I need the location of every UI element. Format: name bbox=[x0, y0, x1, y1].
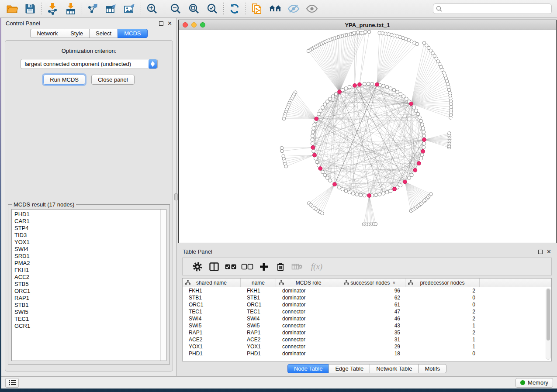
export-image-icon[interactable] bbox=[123, 3, 136, 15]
split-view-icon[interactable] bbox=[206, 260, 222, 273]
mcds-result-item[interactable]: STB1 bbox=[14, 302, 166, 309]
add-column-icon[interactable] bbox=[256, 260, 272, 273]
mcds-result-item[interactable]: CAR1 bbox=[14, 218, 166, 225]
column-header-predecessor-nodes[interactable]: predecessor nodes bbox=[405, 279, 480, 287]
close-panel-button[interactable]: Close panel bbox=[91, 75, 135, 85]
table-row[interactable]: FKH1FKH1dominator962 bbox=[183, 287, 545, 294]
mcds-result-item[interactable]: TID3 bbox=[14, 232, 166, 239]
main-toolbar bbox=[0, 0, 557, 18]
zoom-fit-icon[interactable] bbox=[187, 3, 201, 15]
zoom-in-icon[interactable] bbox=[145, 3, 159, 15]
column-header-MCDS-role[interactable]: MCDS role bbox=[276, 279, 341, 287]
close-table-panel-icon[interactable]: ✕ bbox=[547, 250, 551, 254]
control-panel-tabs: NetworkStyleSelectMCDS bbox=[1, 29, 176, 39]
network-window-title: YPA_prune.txt_1 bbox=[179, 22, 556, 28]
column-header-filler bbox=[480, 279, 551, 287]
criterion-dropdown[interactable]: largest connected component (undirected) bbox=[21, 59, 158, 69]
close-panel-icon[interactable]: ✕ bbox=[167, 21, 172, 26]
mcds-result-item[interactable]: YOX1 bbox=[14, 239, 166, 246]
column-header-successor-nodes[interactable]: successor nodes∨ bbox=[341, 279, 405, 287]
table-row[interactable]: ACE2ACE2connector311 bbox=[183, 336, 545, 343]
column-header-shared-name[interactable]: shared name bbox=[183, 279, 241, 287]
column-header-name[interactable]: name bbox=[241, 279, 276, 287]
mcds-result-item[interactable]: STB5 bbox=[14, 281, 166, 288]
table-body: FKH1FKH1dominator962STB1STB1dominator620… bbox=[183, 287, 545, 361]
float-panel-icon[interactable] bbox=[159, 21, 163, 26]
mcds-result-item[interactable]: PMA2 bbox=[14, 260, 166, 267]
float-table-panel-icon[interactable] bbox=[538, 250, 543, 254]
mcds-result-item[interactable]: STP4 bbox=[14, 225, 166, 232]
tab-style[interactable]: Style bbox=[64, 29, 90, 38]
table-tab-edge-table[interactable]: Edge Table bbox=[329, 364, 370, 373]
mcds-result-list[interactable]: PHD1CAR1STP4TID3YOX1SWI4SRD1PMA2FKH1ACE2… bbox=[11, 209, 166, 361]
sort-chevron-icon: ∨ bbox=[392, 280, 395, 285]
select-all-rows-icon[interactable] bbox=[222, 260, 239, 273]
status-bar: Memory bbox=[1, 376, 557, 389]
hide-panel-icon[interactable] bbox=[287, 3, 300, 15]
open-session-icon[interactable] bbox=[5, 3, 18, 15]
import-network-icon[interactable] bbox=[46, 3, 59, 15]
node-table: shared namenameMCDS rolesuccessor nodes∨… bbox=[182, 278, 552, 361]
table-scrollbar[interactable] bbox=[546, 288, 551, 360]
table-row[interactable]: PHD1PHD1dominator180 bbox=[183, 350, 545, 357]
delete-column-icon[interactable] bbox=[272, 260, 289, 273]
deselect-all-rows-icon[interactable] bbox=[239, 260, 256, 273]
memory-label: Memory bbox=[528, 379, 548, 386]
table-row[interactable]: SWI5SWI5connector431 bbox=[183, 322, 545, 329]
home-icon[interactable] bbox=[269, 3, 282, 15]
table-row[interactable]: YOX1YOX1connector291 bbox=[183, 343, 545, 350]
mcds-result-item[interactable]: SWI5 bbox=[14, 309, 166, 316]
tab-mcds[interactable]: MCDS bbox=[118, 29, 147, 38]
mcds-result-item[interactable]: ACE2 bbox=[14, 274, 166, 281]
mcds-result-item[interactable]: TEC1 bbox=[14, 316, 166, 323]
duplicate-network-icon[interactable] bbox=[250, 3, 263, 15]
table-row[interactable]: STB1STB1dominator620 bbox=[183, 294, 545, 301]
table-row[interactable]: SWI4SWI4dominator462 bbox=[183, 315, 545, 322]
fx-label: f(x) bbox=[311, 262, 322, 272]
delete-table-icon[interactable] bbox=[289, 260, 305, 273]
show-panel-icon[interactable] bbox=[305, 3, 318, 15]
mcds-result-item[interactable]: SWI4 bbox=[14, 246, 166, 253]
dropdown-stepper-icon bbox=[149, 59, 157, 69]
network-graph bbox=[179, 30, 554, 242]
table-row[interactable]: ORC1ORC1dominator610 bbox=[183, 301, 545, 308]
mcds-result-item[interactable]: GCR1 bbox=[14, 323, 166, 330]
tab-network[interactable]: Network bbox=[30, 29, 64, 38]
table-panel-title: Table Panel bbox=[183, 248, 212, 255]
task-history-button[interactable] bbox=[5, 378, 19, 388]
search-input[interactable] bbox=[444, 6, 549, 12]
zoom-selected-icon[interactable] bbox=[206, 3, 219, 15]
run-mcds-button[interactable]: Run MCDS bbox=[43, 75, 85, 85]
panel-divider-grip[interactable] bbox=[174, 193, 178, 200]
save-session-icon[interactable] bbox=[24, 3, 37, 15]
table-panel: Table Panel ✕ bbox=[177, 246, 557, 376]
table-tab-network-table[interactable]: Network Table bbox=[370, 364, 419, 373]
network-canvas[interactable] bbox=[179, 30, 556, 243]
tab-select[interactable]: Select bbox=[89, 29, 118, 38]
mcds-result-item[interactable]: RAP1 bbox=[14, 295, 166, 302]
mcds-result-item[interactable]: ORC1 bbox=[14, 288, 166, 295]
mcds-result-item[interactable]: FKH1 bbox=[14, 267, 166, 274]
right-column: YPA_prune.txt_1 Table Panel bbox=[176, 18, 557, 376]
table-tab-node-table[interactable]: Node Table bbox=[287, 364, 329, 373]
optimization-criterion-label: Optimization criterion: bbox=[5, 48, 173, 54]
table-tabs: Node TableEdge TableNetwork TableMotifs bbox=[287, 364, 446, 374]
memory-button[interactable]: Memory bbox=[515, 378, 553, 388]
function-builder-icon[interactable]: f(x) bbox=[305, 260, 328, 273]
app-window: Control Panel ✕ NetworkStyleSelectMCDS O… bbox=[1, 0, 557, 389]
export-network-icon[interactable] bbox=[86, 3, 100, 15]
export-table-icon[interactable] bbox=[105, 3, 118, 15]
mcds-result-item[interactable]: PHD1 bbox=[14, 211, 166, 218]
mcds-list-scrollbar[interactable] bbox=[160, 210, 166, 361]
refresh-view-icon[interactable] bbox=[228, 3, 241, 15]
settings-icon[interactable] bbox=[189, 260, 206, 273]
table-row[interactable]: TEC1TEC1connector472 bbox=[183, 308, 545, 315]
table-row[interactable]: RAP1RAP1dominator352 bbox=[183, 329, 545, 336]
table-tab-motifs[interactable]: Motifs bbox=[418, 364, 446, 373]
mcds-result-item[interactable]: SRD1 bbox=[14, 253, 166, 260]
memory-status-icon bbox=[520, 380, 525, 385]
table-scrollbar-thumb[interactable] bbox=[547, 289, 550, 340]
zoom-out-icon[interactable] bbox=[169, 3, 182, 15]
network-window-titlebar: YPA_prune.txt_1 bbox=[179, 20, 556, 30]
import-table-icon[interactable] bbox=[64, 3, 77, 15]
